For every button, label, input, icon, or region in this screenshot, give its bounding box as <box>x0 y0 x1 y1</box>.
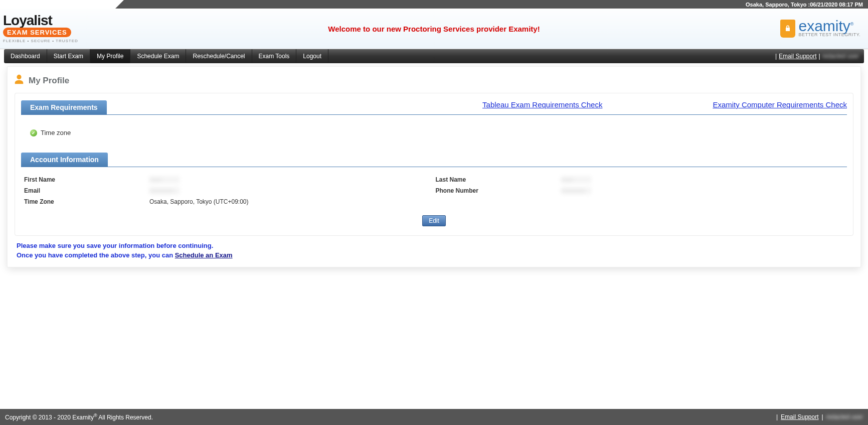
page-title-row: My Profile <box>13 72 855 93</box>
check-circle-icon: ✓ <box>30 129 37 136</box>
loyalist-wordmark: Loyalist <box>3 14 78 27</box>
edit-button-row: Edit <box>21 212 847 228</box>
account-info-grid: First Name —— Last Name —— Email ———— Ph… <box>21 174 847 212</box>
nav-email-support-link[interactable]: Email Support <box>779 53 816 60</box>
edit-button[interactable]: Edit <box>422 215 446 226</box>
value-last-name: —— <box>561 176 591 183</box>
value-email: ———— <box>149 187 180 194</box>
exam-req-tab: Exam Requirements <box>21 100 107 114</box>
corner-notch-decor <box>0 0 115 9</box>
nav-pipe-2: | <box>818 53 820 60</box>
page-title: My Profile <box>29 76 69 86</box>
nav-spacer <box>328 49 775 63</box>
person-icon <box>14 74 25 88</box>
notice-save-info: Please make sure you save your informati… <box>13 241 855 250</box>
account-header-row: Account Information <box>21 153 847 167</box>
label-timezone: Time Zone <box>24 198 149 205</box>
main-nav: Dashboard Start Exam My Profile Schedule… <box>4 49 864 63</box>
nav-start-exam[interactable]: Start Exam <box>47 49 90 63</box>
loyalist-logo: Loyalist EXAM SERVICES FLEXIBLE • SECURE… <box>0 14 78 43</box>
content-box: Exam Requirements Tableau Exam Requireme… <box>15 93 853 236</box>
nav-exam-tools[interactable]: Exam Tools <box>252 49 297 63</box>
notice-schedule-exam: Once you have completed the above step, … <box>13 250 855 260</box>
label-email: Email <box>24 187 149 194</box>
examity-tagline: BETTER TEST INTEGRITY. <box>798 32 860 37</box>
label-first-name: First Name <box>24 176 149 183</box>
nav-pipe: | <box>775 53 777 60</box>
loyalist-badge: EXAM SERVICES <box>3 28 71 37</box>
tableau-req-check-link[interactable]: Tableau Exam Requirements Check <box>482 100 602 109</box>
welcome-message: Welcome to our new Proctoring Services p… <box>328 25 540 33</box>
value-first-name: —— <box>149 176 180 183</box>
req-timezone-label: Time zone <box>41 129 71 136</box>
nav-schedule-exam[interactable]: Schedule Exam <box>130 49 186 63</box>
label-phone: Phone Number <box>436 187 561 194</box>
nav-reschedule-cancel[interactable]: Reschedule/Cancel <box>186 49 252 63</box>
nav-user-display: redacted user <box>822 53 859 60</box>
examity-logo: examity® BETTER TEST INTEGRITY. <box>780 20 868 38</box>
nav-dashboard[interactable]: Dashboard <box>4 49 47 63</box>
exam-req-header-row: Exam Requirements Tableau Exam Requireme… <box>21 100 847 115</box>
top-status-bar: Osaka, Sapporo, Tokyo :06/21/2020 08:17 … <box>0 0 868 9</box>
account-info-tab: Account Information <box>21 153 108 167</box>
label-last-name: Last Name <box>436 176 561 183</box>
value-timezone: Osaka, Sapporo, Tokyo (UTC+09:00) <box>149 198 436 205</box>
examity-req-check-link[interactable]: Examity Computer Requirements Check <box>713 100 847 109</box>
examity-wordmark: examity® <box>798 20 860 32</box>
notice-line2-prefix: Once you have completed the above step, … <box>17 251 175 259</box>
nav-logout[interactable]: Logout <box>296 49 328 63</box>
value-phone: ———— <box>561 187 591 194</box>
req-item-timezone: ✓ Time zone <box>21 122 847 144</box>
page-container: My Profile Exam Requirements Tableau Exa… <box>7 66 861 267</box>
schedule-exam-link[interactable]: Schedule an Exam <box>175 251 233 259</box>
loyalist-tagline: FLEXIBLE • SECURE • TRUSTED <box>3 39 78 43</box>
top-datetime: Osaka, Sapporo, Tokyo :06/21/2020 08:17 … <box>746 2 863 8</box>
nav-my-profile[interactable]: My Profile <box>90 49 130 63</box>
banner: Loyalist EXAM SERVICES FLEXIBLE • SECURE… <box>0 9 868 49</box>
shield-lock-icon <box>780 20 795 38</box>
exam-req-links: Tableau Exam Requirements Check Examity … <box>482 100 847 111</box>
nav-right: | Email Support | redacted user <box>775 49 864 63</box>
